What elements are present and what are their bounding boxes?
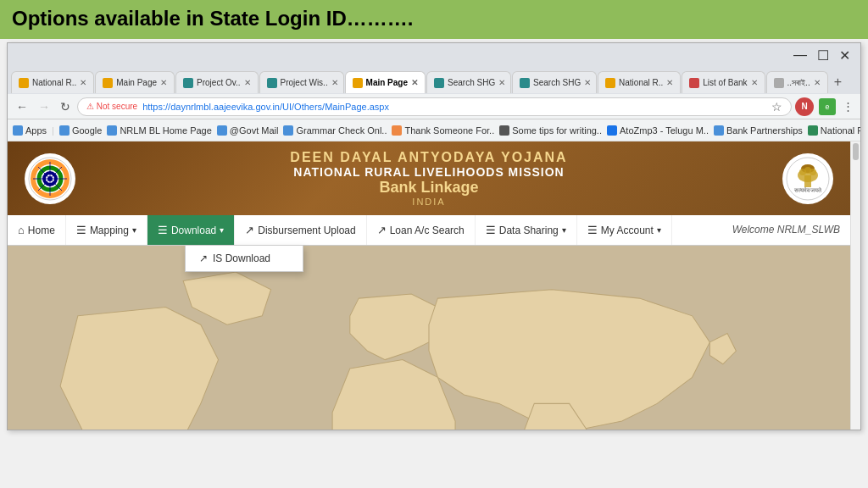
bookmark-label: National Rural Liveli.. xyxy=(821,125,860,136)
nav-home-label: Home xyxy=(28,225,55,236)
forward-button[interactable]: → xyxy=(35,98,53,115)
is-download-arrow-icon: ↗ xyxy=(199,252,208,264)
bookmarks-bar: Apps | Google NRLM BL Home Page @Govt Ma… xyxy=(8,119,860,141)
bookmark-bank[interactable]: Bank Partnerships xyxy=(714,125,803,136)
bookmark-label: Thank Someone For.. xyxy=(404,125,494,136)
world-map-area xyxy=(8,246,850,430)
tab-close-icon[interactable]: ✕ xyxy=(814,78,821,87)
svg-point-8 xyxy=(47,176,53,181)
bookmark-grammar[interactable]: Grammar Check Onl.. xyxy=(283,125,387,136)
tab-close-icon[interactable]: ✕ xyxy=(160,78,167,87)
tabs-bar: National R.. ✕ Main Page ✕ Project Ov.. … xyxy=(8,67,860,94)
dropdown-item-is-download[interactable]: ↗ IS Download xyxy=(186,246,303,271)
browser-window: — ☐ ✕ National R.. ✕ Main Page ✕ Project… xyxy=(7,42,861,430)
nrlm-logo-left xyxy=(25,153,75,204)
tab-label: ..সৰাই.. xyxy=(787,78,810,88)
tab-label: Search SHG xyxy=(448,78,495,87)
nav-disbursement-label: Disbursement Upload xyxy=(258,225,355,236)
bookmark-atozmp3[interactable]: AtoZmp3 - Telugu M.. xyxy=(607,125,709,136)
scrollbar-track[interactable] xyxy=(850,141,860,430)
nrlm-header-center: DEEN DAYAL ANTYODAYA YOJANA NATIONAL RUR… xyxy=(75,150,782,207)
nav-my-account-label: My Account xyxy=(601,225,654,236)
nav-disbursement[interactable]: ↗ Disbursement Upload xyxy=(235,215,366,245)
nav-my-account[interactable]: ☰ My Account ▾ xyxy=(577,215,672,245)
reload-button[interactable]: ↻ xyxy=(57,98,74,115)
bookmark-label: Google xyxy=(72,125,102,136)
govtmail-icon xyxy=(217,125,227,136)
address-bar[interactable]: ⚠ Not secure https://daynrlmbl.aajeevika… xyxy=(77,97,792,116)
nav-download[interactable]: ☰ Download ▾ xyxy=(147,215,235,245)
google-icon xyxy=(59,125,70,136)
tab-favicon xyxy=(520,78,530,88)
bookmark-label: Some tips for writing.. xyxy=(512,125,602,136)
bookmark-star-icon[interactable]: ☆ xyxy=(771,100,782,114)
tab-close-icon[interactable]: ✕ xyxy=(498,78,505,87)
tab-close-icon[interactable]: ✕ xyxy=(751,78,758,87)
close-button[interactable]: ✕ xyxy=(834,46,855,65)
nav-home[interactable]: ⌂ Home xyxy=(8,215,66,245)
back-button[interactable]: ← xyxy=(13,98,31,115)
bookmark-label: Bank Partnerships xyxy=(726,125,803,136)
atozmp3-icon xyxy=(607,125,617,136)
tab-favicon xyxy=(19,78,29,88)
browser-actions: N e ⋮ xyxy=(795,97,855,116)
tab-favicon xyxy=(434,78,444,88)
bookmark-apps[interactable]: Apps xyxy=(13,125,47,136)
new-tab-button[interactable]: + xyxy=(829,75,847,90)
tab-project-wis[interactable]: Project Wis.. ✕ xyxy=(259,71,344,93)
tab-label: Main Page xyxy=(116,78,157,87)
tab-list-bank[interactable]: List of Bank ✕ xyxy=(682,71,765,93)
apps-icon xyxy=(13,125,23,136)
tab-favicon xyxy=(267,78,277,88)
world-map-svg xyxy=(8,246,850,430)
nrlm-emblem-left-svg xyxy=(28,157,72,201)
nav-data-sharing[interactable]: ☰ Data Sharing ▾ xyxy=(476,215,577,245)
tab-favicon xyxy=(353,78,363,88)
tab-national-r2[interactable]: National R.. ✕ xyxy=(598,71,681,93)
nav-loan-search[interactable]: ↗ Loan A/c Search xyxy=(367,215,476,245)
tab-project-ov[interactable]: Project Ov.. ✕ xyxy=(175,71,259,93)
extension-icon[interactable]: e xyxy=(819,98,836,115)
bookmark-thank[interactable]: Thank Someone For.. xyxy=(392,125,494,136)
nav-mapping[interactable]: ☰ Mapping ▾ xyxy=(66,215,147,245)
maximize-button[interactable]: ☐ xyxy=(812,46,834,65)
tab-label: Project Wis.. xyxy=(281,78,328,87)
tab-close-icon[interactable]: ✕ xyxy=(244,78,251,87)
loan-search-icon: ↗ xyxy=(377,224,387,236)
more-options-button[interactable]: ⋮ xyxy=(841,98,855,114)
tab-search-shg1[interactable]: Search SHG ✕ xyxy=(426,71,511,93)
website-content: DEEN DAYAL ANTYODAYA YOJANA NATIONAL RUR… xyxy=(8,141,850,430)
nav-download-label: Download xyxy=(171,225,216,236)
bookmark-nrlm[interactable]: NRLM BL Home Page xyxy=(107,125,211,136)
window-controls-bar: — ☐ ✕ xyxy=(8,43,860,67)
tab-national-r1[interactable]: National R.. ✕ xyxy=(11,71,94,93)
tab-sarai[interactable]: ..সৰাই.. ✕ xyxy=(766,71,828,93)
bookmark-label: Apps xyxy=(25,125,47,136)
tab-close-icon[interactable]: ✕ xyxy=(666,78,673,87)
download-dropdown-menu: ↗ IS Download xyxy=(185,245,303,272)
bookmark-tips[interactable]: Some tips for writing.. xyxy=(499,125,602,136)
tab-main-page-active[interactable]: Main Page ✕ xyxy=(345,71,426,93)
tab-close-icon[interactable]: ✕ xyxy=(331,78,338,87)
profile-icon[interactable]: N xyxy=(795,97,814,116)
scrollbar-thumb[interactable] xyxy=(853,143,859,160)
bookmark-label: AtoZmp3 - Telugu M.. xyxy=(620,125,709,136)
tab-main-page1[interactable]: Main Page ✕ xyxy=(95,71,175,93)
nav-mapping-label: Mapping xyxy=(90,225,129,236)
tab-close-icon[interactable]: ✕ xyxy=(584,78,591,87)
tab-close-icon[interactable]: ✕ xyxy=(80,78,86,87)
page-title: Options available in State Login ID………. xyxy=(12,7,856,30)
tab-search-shg2[interactable]: Search SHG ✕ xyxy=(512,71,597,93)
tab-favicon xyxy=(103,78,113,88)
thank-icon xyxy=(392,125,402,136)
tab-label: National R.. xyxy=(619,78,663,87)
bookmark-google[interactable]: Google xyxy=(59,125,102,136)
tab-close-icon[interactable]: ✕ xyxy=(411,78,418,87)
bookmark-nrlm2[interactable]: National Rural Liveli.. xyxy=(808,125,860,136)
tab-label: Main Page xyxy=(366,78,408,87)
bookmark-govtmail[interactable]: @Govt Mail xyxy=(217,125,279,136)
minimize-button[interactable]: — xyxy=(788,46,812,64)
grammar-icon xyxy=(283,125,293,136)
address-bar-row: ← → ↻ ⚠ Not secure https://daynrlmbl.aaj… xyxy=(8,94,860,119)
top-banner: Options available in State Login ID………. xyxy=(0,0,868,39)
